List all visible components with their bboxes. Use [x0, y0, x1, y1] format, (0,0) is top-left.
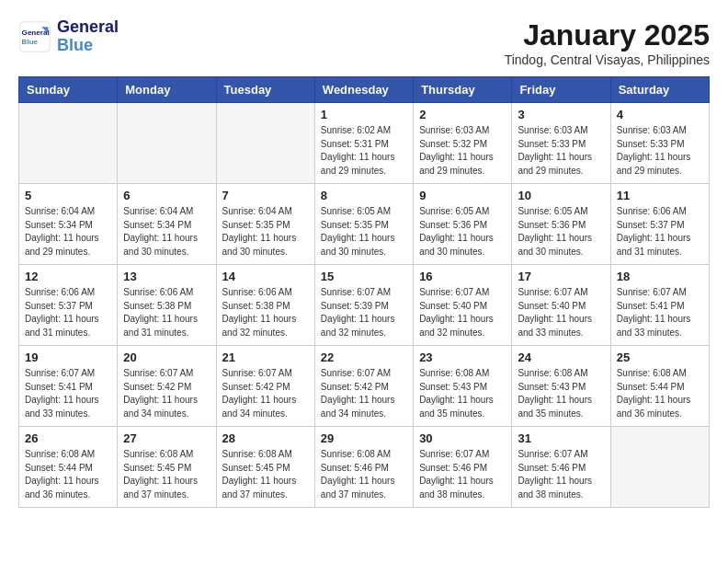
- calendar-cell: 18Sunrise: 6:07 AM Sunset: 5:41 PM Dayli…: [610, 265, 709, 346]
- day-info: Sunrise: 6:08 AM Sunset: 5:44 PM Dayligh…: [25, 448, 111, 501]
- calendar-cell: [118, 103, 216, 184]
- title-block: January 2025 Tindog, Central Visayas, Ph…: [505, 18, 710, 67]
- day-info: Sunrise: 6:02 AM Sunset: 5:31 PM Dayligh…: [321, 124, 407, 178]
- day-number: 8: [321, 189, 407, 202]
- calendar-cell: 11Sunrise: 6:06 AM Sunset: 5:37 PM Dayli…: [610, 184, 709, 265]
- calendar-cell: [216, 103, 314, 184]
- calendar: SundayMondayTuesdayWednesdayThursdayFrid…: [18, 76, 710, 508]
- day-number: 1: [321, 108, 407, 121]
- day-number: 6: [123, 189, 210, 202]
- day-info: Sunrise: 6:07 AM Sunset: 5:46 PM Dayligh…: [419, 448, 506, 501]
- day-info: Sunrise: 6:08 AM Sunset: 5:45 PM Dayligh…: [222, 448, 309, 501]
- calendar-cell: 31Sunrise: 6:07 AM Sunset: 5:46 PM Dayli…: [512, 427, 610, 508]
- calendar-cell: 27Sunrise: 6:08 AM Sunset: 5:45 PM Dayli…: [118, 427, 216, 508]
- day-number: 27: [123, 431, 210, 445]
- day-number: 29: [321, 431, 407, 445]
- day-info: Sunrise: 6:05 AM Sunset: 5:36 PM Dayligh…: [419, 205, 506, 259]
- weekday-header-thursday: Thursday: [414, 77, 512, 103]
- day-number: 14: [222, 270, 309, 283]
- day-number: 4: [617, 108, 703, 121]
- day-number: 28: [222, 431, 309, 445]
- calendar-cell: 21Sunrise: 6:07 AM Sunset: 5:42 PM Dayli…: [216, 346, 314, 427]
- calendar-cell: 24Sunrise: 6:08 AM Sunset: 5:43 PM Dayli…: [512, 346, 610, 427]
- weekday-header-sunday: Sunday: [19, 77, 118, 103]
- day-number: 17: [518, 270, 604, 283]
- weekday-header-tuesday: Tuesday: [216, 77, 314, 103]
- calendar-cell: 29Sunrise: 6:08 AM Sunset: 5:46 PM Dayli…: [314, 427, 413, 508]
- calendar-cell: 4Sunrise: 6:03 AM Sunset: 5:33 PM Daylig…: [610, 103, 709, 184]
- day-number: 3: [518, 108, 604, 121]
- calendar-cell: 1Sunrise: 6:02 AM Sunset: 5:31 PM Daylig…: [314, 103, 413, 184]
- calendar-cell: 19Sunrise: 6:07 AM Sunset: 5:41 PM Dayli…: [19, 346, 118, 427]
- day-number: 25: [617, 350, 703, 364]
- day-info: Sunrise: 6:08 AM Sunset: 5:44 PM Dayligh…: [617, 367, 703, 420]
- calendar-cell: 14Sunrise: 6:06 AM Sunset: 5:38 PM Dayli…: [216, 265, 314, 346]
- calendar-cell: 12Sunrise: 6:06 AM Sunset: 5:37 PM Dayli…: [19, 265, 118, 346]
- location-title: Tindog, Central Visayas, Philippines: [505, 52, 710, 67]
- day-info: Sunrise: 6:07 AM Sunset: 5:42 PM Dayligh…: [123, 367, 210, 420]
- calendar-cell: 28Sunrise: 6:08 AM Sunset: 5:45 PM Dayli…: [216, 427, 314, 508]
- day-info: Sunrise: 6:04 AM Sunset: 5:35 PM Dayligh…: [222, 205, 309, 259]
- day-info: Sunrise: 6:08 AM Sunset: 5:43 PM Dayligh…: [419, 367, 506, 420]
- week-row-2: 5Sunrise: 6:04 AM Sunset: 5:34 PM Daylig…: [19, 184, 710, 265]
- week-row-1: 1Sunrise: 6:02 AM Sunset: 5:31 PM Daylig…: [19, 103, 710, 184]
- calendar-cell: 6Sunrise: 6:04 AM Sunset: 5:34 PM Daylig…: [118, 184, 216, 265]
- calendar-cell: [610, 427, 709, 508]
- calendar-cell: 30Sunrise: 6:07 AM Sunset: 5:46 PM Dayli…: [414, 427, 512, 508]
- logo: General Blue General Blue: [18, 18, 119, 55]
- weekday-header-wednesday: Wednesday: [314, 77, 413, 103]
- week-row-5: 26Sunrise: 6:08 AM Sunset: 5:44 PM Dayli…: [19, 427, 710, 508]
- day-info: Sunrise: 6:03 AM Sunset: 5:33 PM Dayligh…: [518, 124, 604, 178]
- day-number: 2: [419, 108, 506, 121]
- day-info: Sunrise: 6:06 AM Sunset: 5:37 PM Dayligh…: [25, 286, 111, 339]
- day-number: 10: [518, 189, 604, 202]
- day-number: 30: [419, 431, 506, 445]
- day-info: Sunrise: 6:07 AM Sunset: 5:41 PM Dayligh…: [25, 367, 111, 420]
- day-number: 23: [419, 350, 506, 364]
- day-number: 31: [518, 431, 604, 445]
- day-number: 20: [123, 350, 210, 364]
- calendar-cell: 9Sunrise: 6:05 AM Sunset: 5:36 PM Daylig…: [414, 184, 512, 265]
- logo-line1: General: [57, 18, 119, 37]
- day-info: Sunrise: 6:08 AM Sunset: 5:46 PM Dayligh…: [321, 448, 407, 501]
- day-number: 11: [617, 189, 703, 202]
- day-number: 15: [321, 270, 407, 283]
- calendar-cell: 26Sunrise: 6:08 AM Sunset: 5:44 PM Dayli…: [19, 427, 118, 508]
- day-info: Sunrise: 6:07 AM Sunset: 5:40 PM Dayligh…: [419, 286, 506, 339]
- day-info: Sunrise: 6:07 AM Sunset: 5:42 PM Dayligh…: [321, 367, 407, 420]
- day-info: Sunrise: 6:06 AM Sunset: 5:37 PM Dayligh…: [617, 205, 703, 259]
- calendar-cell: 7Sunrise: 6:04 AM Sunset: 5:35 PM Daylig…: [216, 184, 314, 265]
- day-info: Sunrise: 6:06 AM Sunset: 5:38 PM Dayligh…: [123, 286, 210, 339]
- logo-line2: Blue: [57, 37, 119, 55]
- day-number: 22: [321, 350, 407, 364]
- day-info: Sunrise: 6:03 AM Sunset: 5:32 PM Dayligh…: [419, 124, 506, 178]
- day-info: Sunrise: 6:06 AM Sunset: 5:38 PM Dayligh…: [222, 286, 309, 339]
- weekday-header-friday: Friday: [512, 77, 610, 103]
- calendar-cell: 25Sunrise: 6:08 AM Sunset: 5:44 PM Dayli…: [610, 346, 709, 427]
- day-info: Sunrise: 6:03 AM Sunset: 5:33 PM Dayligh…: [617, 124, 703, 178]
- week-row-3: 12Sunrise: 6:06 AM Sunset: 5:37 PM Dayli…: [19, 265, 710, 346]
- calendar-cell: 3Sunrise: 6:03 AM Sunset: 5:33 PM Daylig…: [512, 103, 610, 184]
- day-number: 18: [617, 270, 703, 283]
- calendar-cell: 22Sunrise: 6:07 AM Sunset: 5:42 PM Dayli…: [314, 346, 413, 427]
- day-info: Sunrise: 6:08 AM Sunset: 5:45 PM Dayligh…: [123, 448, 210, 501]
- weekday-header-monday: Monday: [118, 77, 216, 103]
- page-header: General Blue General Blue January 2025 T…: [18, 18, 710, 67]
- day-info: Sunrise: 6:07 AM Sunset: 5:46 PM Dayligh…: [518, 448, 604, 501]
- day-number: 26: [25, 431, 111, 445]
- day-number: 21: [222, 350, 309, 364]
- calendar-cell: 20Sunrise: 6:07 AM Sunset: 5:42 PM Dayli…: [118, 346, 216, 427]
- day-info: Sunrise: 6:05 AM Sunset: 5:36 PM Dayligh…: [518, 205, 604, 259]
- day-info: Sunrise: 6:07 AM Sunset: 5:40 PM Dayligh…: [518, 286, 604, 339]
- day-number: 9: [419, 189, 506, 202]
- logo-icon: General Blue: [18, 20, 51, 53]
- calendar-cell: 23Sunrise: 6:08 AM Sunset: 5:43 PM Dayli…: [414, 346, 512, 427]
- day-number: 16: [419, 270, 506, 283]
- day-number: 12: [25, 270, 111, 283]
- day-number: 24: [518, 350, 604, 364]
- month-title: January 2025: [505, 18, 710, 52]
- calendar-cell: 16Sunrise: 6:07 AM Sunset: 5:40 PM Dayli…: [414, 265, 512, 346]
- calendar-cell: [19, 103, 118, 184]
- calendar-cell: 5Sunrise: 6:04 AM Sunset: 5:34 PM Daylig…: [19, 184, 118, 265]
- day-info: Sunrise: 6:05 AM Sunset: 5:35 PM Dayligh…: [321, 205, 407, 259]
